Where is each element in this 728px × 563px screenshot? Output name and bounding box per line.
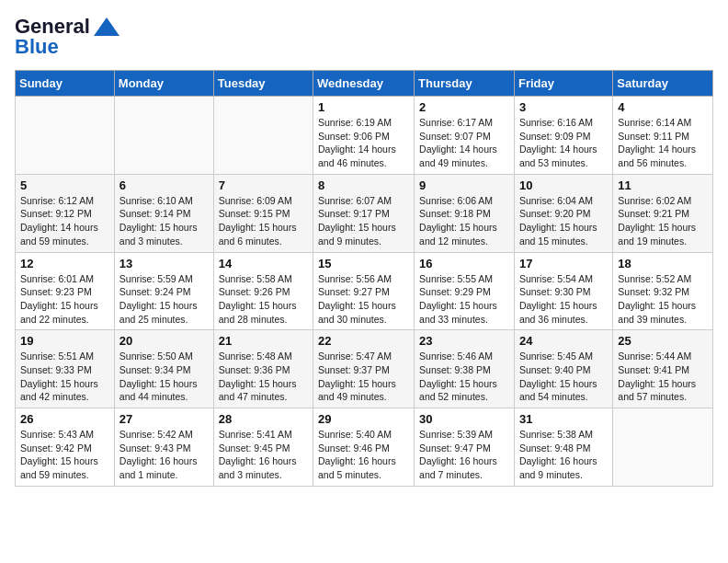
col-header-friday: Friday	[514, 71, 612, 97]
col-header-saturday: Saturday	[613, 71, 713, 97]
cell-text: Sunrise: 5:44 AM Sunset: 9:41 PM Dayligh…	[618, 350, 708, 404]
day-number: 27	[119, 412, 209, 426]
cell-text: Sunrise: 6:12 AM Sunset: 9:12 PM Dayligh…	[20, 194, 109, 248]
calendar-cell: 14Sunrise: 5:58 AM Sunset: 9:26 PM Dayli…	[213, 252, 313, 330]
cell-text: Sunrise: 6:10 AM Sunset: 9:14 PM Dayligh…	[119, 194, 209, 248]
day-number: 22	[318, 334, 409, 348]
day-number: 29	[318, 412, 409, 426]
calendar-cell: 16Sunrise: 5:55 AM Sunset: 9:29 PM Dayli…	[415, 252, 515, 330]
week-row: 5Sunrise: 6:12 AM Sunset: 9:12 PM Daylig…	[16, 174, 713, 252]
calendar-cell: 9Sunrise: 6:06 AM Sunset: 9:18 PM Daylig…	[415, 174, 515, 252]
calendar-cell: 13Sunrise: 5:59 AM Sunset: 9:24 PM Dayli…	[114, 252, 213, 330]
day-number: 25	[618, 334, 708, 348]
day-number: 16	[419, 257, 509, 270]
col-header-wednesday: Wednesday	[313, 71, 415, 97]
day-number: 20	[119, 334, 209, 348]
cell-text: Sunrise: 6:06 AM Sunset: 9:18 PM Dayligh…	[419, 194, 509, 248]
cell-text: Sunrise: 5:48 AM Sunset: 9:36 PM Dayligh…	[219, 350, 308, 404]
logo-icon	[94, 17, 119, 36]
day-number: 3	[519, 100, 608, 114]
week-row: 19Sunrise: 5:51 AM Sunset: 9:33 PM Dayli…	[16, 330, 713, 408]
calendar-cell: 19Sunrise: 5:51 AM Sunset: 9:33 PM Dayli…	[16, 330, 115, 408]
calendar-cell: 30Sunrise: 5:39 AM Sunset: 9:47 PM Dayli…	[415, 408, 515, 487]
page-header: General Blue	[15, 15, 713, 59]
cell-text: Sunrise: 5:39 AM Sunset: 9:47 PM Dayligh…	[419, 428, 509, 482]
cell-text: Sunrise: 5:59 AM Sunset: 9:24 PM Dayligh…	[119, 272, 209, 327]
day-number: 23	[419, 334, 509, 348]
col-header-sunday: Sunday	[16, 71, 115, 97]
calendar-cell: 26Sunrise: 5:43 AM Sunset: 9:42 PM Dayli…	[16, 408, 115, 487]
col-header-thursday: Thursday	[415, 71, 515, 97]
calendar-cell: 15Sunrise: 5:56 AM Sunset: 9:27 PM Dayli…	[313, 252, 415, 330]
calendar-cell	[213, 97, 313, 175]
cell-text: Sunrise: 5:51 AM Sunset: 9:33 PM Dayligh…	[20, 350, 109, 404]
day-number: 8	[318, 178, 409, 192]
cell-text: Sunrise: 5:45 AM Sunset: 9:40 PM Dayligh…	[519, 350, 608, 404]
day-number: 7	[219, 178, 308, 192]
calendar-cell: 29Sunrise: 5:40 AM Sunset: 9:46 PM Dayli…	[313, 408, 415, 487]
calendar-cell: 2Sunrise: 6:17 AM Sunset: 9:07 PM Daylig…	[415, 97, 515, 175]
day-number: 10	[519, 178, 608, 192]
cell-text: Sunrise: 5:52 AM Sunset: 9:32 PM Dayligh…	[618, 272, 708, 327]
cell-text: Sunrise: 5:38 AM Sunset: 9:48 PM Dayligh…	[519, 428, 608, 482]
day-number: 5	[20, 178, 109, 192]
cell-text: Sunrise: 6:07 AM Sunset: 9:17 PM Dayligh…	[318, 194, 409, 248]
day-number: 13	[119, 257, 209, 270]
calendar-cell	[613, 408, 713, 487]
cell-text: Sunrise: 5:41 AM Sunset: 9:45 PM Dayligh…	[219, 428, 308, 482]
logo: General Blue	[15, 15, 119, 59]
day-number: 30	[419, 412, 509, 426]
calendar-cell: 12Sunrise: 6:01 AM Sunset: 9:23 PM Dayli…	[16, 252, 115, 330]
cell-text: Sunrise: 5:56 AM Sunset: 9:27 PM Dayligh…	[318, 272, 409, 327]
calendar-cell: 22Sunrise: 5:47 AM Sunset: 9:37 PM Dayli…	[313, 330, 415, 408]
calendar-cell: 17Sunrise: 5:54 AM Sunset: 9:30 PM Dayli…	[514, 252, 612, 330]
week-row: 26Sunrise: 5:43 AM Sunset: 9:42 PM Dayli…	[16, 408, 713, 487]
calendar-cell: 31Sunrise: 5:38 AM Sunset: 9:48 PM Dayli…	[514, 408, 612, 487]
calendar-cell: 5Sunrise: 6:12 AM Sunset: 9:12 PM Daylig…	[16, 174, 115, 252]
cell-text: Sunrise: 6:04 AM Sunset: 9:20 PM Dayligh…	[519, 194, 608, 248]
calendar-cell: 23Sunrise: 5:46 AM Sunset: 9:38 PM Dayli…	[415, 330, 515, 408]
day-number: 21	[219, 334, 308, 348]
day-number: 1	[318, 100, 409, 114]
col-header-tuesday: Tuesday	[213, 71, 313, 97]
day-number: 9	[419, 178, 509, 192]
calendar-cell: 6Sunrise: 6:10 AM Sunset: 9:14 PM Daylig…	[114, 174, 213, 252]
day-number: 14	[219, 257, 308, 270]
cell-text: Sunrise: 6:19 AM Sunset: 9:06 PM Dayligh…	[318, 116, 409, 170]
calendar-cell: 11Sunrise: 6:02 AM Sunset: 9:21 PM Dayli…	[613, 174, 713, 252]
day-number: 24	[519, 334, 608, 348]
cell-text: Sunrise: 5:47 AM Sunset: 9:37 PM Dayligh…	[318, 350, 409, 404]
calendar-cell	[16, 97, 115, 175]
calendar-cell: 25Sunrise: 5:44 AM Sunset: 9:41 PM Dayli…	[613, 330, 713, 408]
logo-blue: Blue	[15, 35, 59, 59]
cell-text: Sunrise: 5:55 AM Sunset: 9:29 PM Dayligh…	[419, 272, 509, 327]
calendar-cell: 18Sunrise: 5:52 AM Sunset: 9:32 PM Dayli…	[613, 252, 713, 330]
day-number: 15	[318, 257, 409, 270]
calendar-cell: 10Sunrise: 6:04 AM Sunset: 9:20 PM Dayli…	[514, 174, 612, 252]
day-number: 18	[618, 257, 708, 270]
day-number: 28	[219, 412, 308, 426]
week-row: 1Sunrise: 6:19 AM Sunset: 9:06 PM Daylig…	[16, 97, 713, 175]
cell-text: Sunrise: 5:58 AM Sunset: 9:26 PM Dayligh…	[219, 272, 308, 327]
cell-text: Sunrise: 5:43 AM Sunset: 9:42 PM Dayligh…	[20, 428, 109, 482]
cell-text: Sunrise: 5:46 AM Sunset: 9:38 PM Dayligh…	[419, 350, 509, 404]
calendar-cell: 7Sunrise: 6:09 AM Sunset: 9:15 PM Daylig…	[213, 174, 313, 252]
day-number: 4	[618, 100, 708, 114]
calendar-cell: 21Sunrise: 5:48 AM Sunset: 9:36 PM Dayli…	[213, 330, 313, 408]
calendar-cell	[114, 97, 213, 175]
cell-text: Sunrise: 5:54 AM Sunset: 9:30 PM Dayligh…	[519, 272, 608, 327]
cell-text: Sunrise: 6:01 AM Sunset: 9:23 PM Dayligh…	[20, 272, 109, 327]
day-number: 11	[618, 178, 708, 192]
cell-text: Sunrise: 6:02 AM Sunset: 9:21 PM Dayligh…	[618, 194, 708, 248]
calendar-cell: 3Sunrise: 6:16 AM Sunset: 9:09 PM Daylig…	[514, 97, 612, 175]
cell-text: Sunrise: 6:09 AM Sunset: 9:15 PM Dayligh…	[219, 194, 308, 248]
day-number: 19	[20, 334, 109, 348]
cell-text: Sunrise: 6:14 AM Sunset: 9:11 PM Dayligh…	[618, 116, 708, 170]
week-row: 12Sunrise: 6:01 AM Sunset: 9:23 PM Dayli…	[16, 252, 713, 330]
cell-text: Sunrise: 5:40 AM Sunset: 9:46 PM Dayligh…	[318, 428, 409, 482]
day-number: 31	[519, 412, 608, 426]
cell-text: Sunrise: 5:50 AM Sunset: 9:34 PM Dayligh…	[119, 350, 209, 404]
calendar-cell: 27Sunrise: 5:42 AM Sunset: 9:43 PM Dayli…	[114, 408, 213, 487]
day-number: 6	[119, 178, 209, 192]
cell-text: Sunrise: 6:17 AM Sunset: 9:07 PM Dayligh…	[419, 116, 509, 170]
